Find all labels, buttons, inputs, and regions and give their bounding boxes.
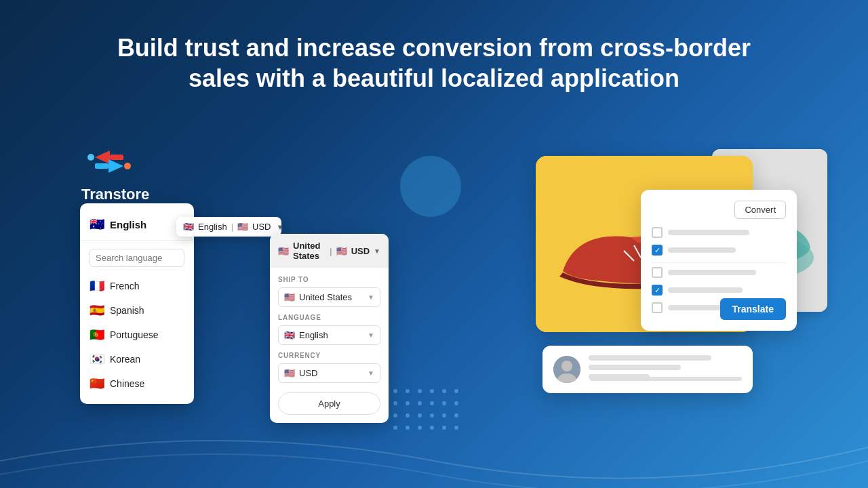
translate-button[interactable]: Translate xyxy=(720,298,786,320)
cb-line-4 xyxy=(668,287,743,293)
review-line-bottom xyxy=(590,377,742,381)
svg-marker-4 xyxy=(108,159,123,173)
korean-flag: 🇰🇷 xyxy=(90,352,104,367)
ship-to-value: United States xyxy=(299,292,352,302)
checkbox-5[interactable] xyxy=(652,302,663,313)
language-item-french[interactable]: 🇫🇷 French xyxy=(80,274,194,298)
top-bar-currency-flag: 🇺🇸 xyxy=(336,246,347,256)
bar-language: English xyxy=(198,222,227,232)
svg-rect-2 xyxy=(110,155,123,160)
convert-button[interactable]: Convert xyxy=(734,201,786,219)
spanish-flag: 🇪🇸 xyxy=(90,303,104,318)
currency-select[interactable]: 🇺🇸 USD ▼ xyxy=(278,363,380,383)
checkbox-1[interactable] xyxy=(652,227,663,238)
avatar xyxy=(553,356,580,383)
checkbox-row-4 xyxy=(652,285,786,296)
language-value: English xyxy=(299,330,328,340)
portuguese-label: Portuguese xyxy=(110,329,159,340)
lang-flag: 🇬🇧 xyxy=(284,330,295,340)
review-line-1 xyxy=(589,355,711,361)
checkbox-row-2 xyxy=(652,245,786,256)
bar-flag: 🇬🇧 xyxy=(183,222,194,232)
checkbox-4[interactable] xyxy=(652,285,663,296)
french-label: French xyxy=(110,281,140,291)
currency-value: USD xyxy=(299,368,317,378)
svg-point-13 xyxy=(561,361,572,371)
chevron-icon-2: ▼ xyxy=(368,331,374,339)
search-language-container xyxy=(80,246,194,274)
hero-title: Build trust and increase conversion from… xyxy=(0,0,868,94)
french-flag: 🇫🇷 xyxy=(90,279,104,293)
chevron-down-icon-2: ▼ xyxy=(374,247,380,255)
checkbox-3[interactable] xyxy=(652,267,663,278)
search-language-input[interactable] xyxy=(90,249,184,267)
cb-line-1 xyxy=(668,230,749,235)
location-language-currency-panel: 🇺🇸 United States | 🇺🇸 USD ▼ Ship to 🇺🇸 U… xyxy=(270,234,389,423)
currency-flag: 🇺🇸 xyxy=(284,368,295,378)
checkbox-row-3 xyxy=(652,267,786,278)
bar-currency-flag: 🇺🇸 xyxy=(237,222,248,232)
top-bar-location: United States xyxy=(293,241,326,261)
panel-body: Ship to 🇺🇸 United States ▼ Language 🇬🇧 E… xyxy=(270,268,389,423)
bar-currency: USD xyxy=(252,222,271,232)
deco-circle xyxy=(400,156,461,217)
translate-panel: Convert Translate xyxy=(641,190,797,331)
bar-separator: | xyxy=(231,222,233,232)
logo-icon xyxy=(81,142,142,183)
ship-to-select[interactable]: 🇺🇸 United States ▼ xyxy=(278,287,380,307)
top-bar-currency: USD xyxy=(351,246,370,256)
portuguese-flag: 🇵🇹 xyxy=(90,327,104,342)
spanish-label: Spanish xyxy=(110,305,144,316)
logo-area: Transtore xyxy=(81,142,149,203)
language-item-korean[interactable]: 🇰🇷 Korean xyxy=(80,347,194,371)
deco-dots xyxy=(393,389,462,434)
ship-flag: 🇺🇸 xyxy=(284,292,295,302)
svg-rect-5 xyxy=(95,163,108,169)
language-section-label: Language xyxy=(278,314,380,321)
language-currency-bar[interactable]: 🇬🇧 English | 🇺🇸 USD ▼ xyxy=(176,217,281,237)
right-mockup: Convert Translate xyxy=(536,156,827,427)
chevron-icon-3: ▼ xyxy=(368,369,374,377)
ship-to-label: Ship to xyxy=(278,276,380,283)
chevron-down-icon: ▼ xyxy=(276,223,283,231)
cb-line-2 xyxy=(668,247,736,253)
korean-label: Korean xyxy=(110,354,140,365)
chinese-label: Chinese xyxy=(110,378,144,389)
cb-line-3 xyxy=(668,270,756,275)
chevron-icon: ▼ xyxy=(368,293,374,301)
svg-point-0 xyxy=(87,154,94,161)
checkbox-2[interactable] xyxy=(652,245,663,256)
chinese-flag: 🇨🇳 xyxy=(90,376,104,391)
checkbox-row-1 xyxy=(652,227,786,238)
selected-flag: 🇦🇺 xyxy=(90,217,104,232)
selected-lang-label: English xyxy=(110,219,146,230)
language-item-spanish[interactable]: 🇪🇸 Spanish xyxy=(80,298,194,323)
svg-point-3 xyxy=(124,163,131,169)
language-select[interactable]: 🇬🇧 English ▼ xyxy=(278,325,380,345)
svg-marker-1 xyxy=(95,150,110,164)
language-item-portuguese[interactable]: 🇵🇹 Portuguese xyxy=(80,323,194,347)
apply-button[interactable]: Apply xyxy=(278,392,380,415)
review-line-2 xyxy=(589,365,681,370)
logo-name: Transtore xyxy=(81,186,149,203)
review-panel xyxy=(542,346,753,393)
currency-section-label: Currency xyxy=(278,352,380,359)
language-item-chinese[interactable]: 🇨🇳 Chinese xyxy=(80,371,194,396)
top-bar-flag: 🇺🇸 xyxy=(278,246,289,256)
panel-top-bar[interactable]: 🇺🇸 United States | 🇺🇸 USD ▼ xyxy=(270,234,389,268)
